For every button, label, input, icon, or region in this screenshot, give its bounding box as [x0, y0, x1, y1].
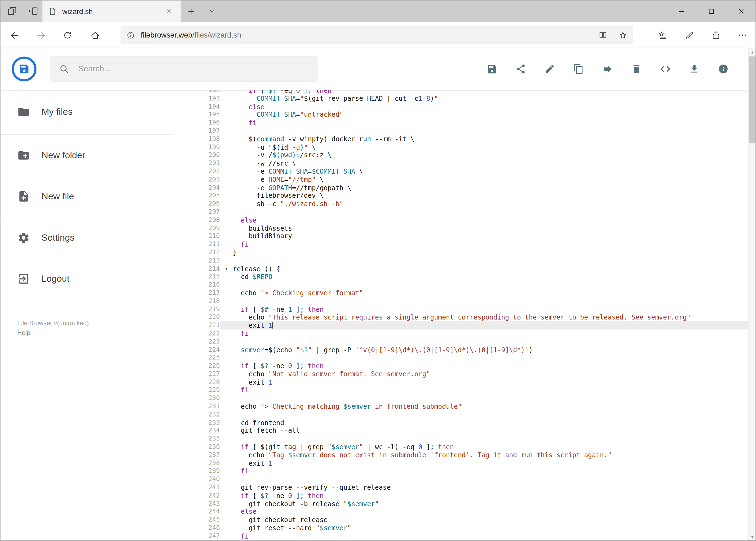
code-line[interactable]: 228 exit 1	[193, 378, 748, 386]
code-line[interactable]: 197	[193, 127, 748, 135]
code-line[interactable]: 244 else	[193, 508, 748, 516]
code-line[interactable]: 194 else	[193, 103, 748, 111]
code-line[interactable]: 229 fi	[193, 386, 748, 394]
scroll-down-button[interactable]: ▼	[749, 533, 756, 541]
sidebar-item-my-files[interactable]: My files	[0, 90, 173, 134]
edit-button[interactable]	[541, 59, 558, 79]
code-line[interactable]: 242 if [ $? -ne 0 ]; then	[193, 492, 748, 500]
code-line[interactable]: 205 filebrowser/dev \	[193, 192, 748, 200]
code-line[interactable]: 234 git fetch --all	[193, 427, 748, 435]
sidebar-item-new-folder[interactable]: New folder	[0, 135, 173, 176]
code-line[interactable]: 235	[193, 435, 748, 443]
browser-tab[interactable]: wizard.sh	[42, 0, 181, 22]
code-line[interactable]: 220 echo "This release script requires a…	[193, 313, 748, 321]
code-line[interactable]: 211 fi	[193, 241, 748, 249]
code-editor[interactable]: 192 if [ $? -eq 0 ]; then193 COMMIT_SHA=…	[193, 90, 748, 541]
tab-close-button[interactable]	[162, 5, 175, 17]
search-box[interactable]	[50, 56, 318, 82]
delete-button[interactable]	[628, 59, 645, 79]
sidebar-item-settings[interactable]: Settings	[0, 217, 173, 258]
back-button[interactable]	[5, 26, 24, 45]
share-button[interactable]	[512, 59, 529, 79]
code-line[interactable]: 221 exit 1	[193, 321, 748, 329]
code-line[interactable]: 222 fi	[193, 329, 748, 337]
site-info-icon[interactable]	[121, 26, 141, 44]
code-line[interactable]: 216	[193, 281, 748, 289]
code-line[interactable]: 192 if [ $? -eq 0 ]; then	[193, 90, 748, 95]
favorite-star-button[interactable]	[613, 26, 633, 44]
info-button[interactable]	[714, 59, 732, 79]
code-line[interactable]: 213	[193, 257, 748, 265]
sidebar-item-new-file[interactable]: New file	[0, 176, 173, 217]
code-line[interactable]: 207	[193, 208, 748, 216]
code-line[interactable]: 210 buildBinary	[193, 232, 748, 241]
web-note-button[interactable]	[680, 26, 699, 45]
code-line[interactable]: 198 $(command -v winpty) docker run --rm…	[193, 135, 748, 143]
code-line[interactable]: 208 else	[193, 216, 748, 224]
code-line[interactable]: 218	[193, 297, 748, 305]
page-scrollbar[interactable]: ▲ ▼	[748, 48, 756, 541]
code-line[interactable]: 212}	[193, 249, 748, 257]
sidebar-item-logout[interactable]: Logout	[0, 258, 173, 299]
code-line[interactable]: 239 fi	[193, 467, 748, 475]
code-line[interactable]: 247 fi	[193, 532, 748, 540]
scroll-up-button[interactable]: ▲	[749, 48, 756, 56]
help-link[interactable]: Help	[17, 328, 89, 338]
save-button[interactable]	[483, 59, 500, 79]
code-line[interactable]: 243 git checkout -b release "$semver"	[193, 500, 748, 508]
code-line[interactable]: 232	[193, 410, 748, 419]
minimize-button[interactable]	[666, 0, 696, 22]
code-line[interactable]: 240	[193, 475, 748, 483]
tab-list-chevron-button[interactable]	[205, 4, 219, 18]
code-view-button[interactable]	[657, 59, 674, 79]
reading-view-button[interactable]	[593, 26, 613, 44]
tabs-preview-button[interactable]	[5, 4, 19, 18]
code-line[interactable]: 206 sh -c "./wizard.sh -b"	[193, 200, 748, 208]
code-line[interactable]: 201 -w //src \	[193, 159, 748, 168]
code-line[interactable]: 217 echo "> Checking semver format"	[193, 289, 748, 297]
code-line[interactable]: 238 exit 1	[193, 459, 748, 467]
code-line[interactable]: 225	[193, 354, 748, 362]
home-button[interactable]	[85, 26, 105, 45]
code-line[interactable]: 193 COMMIT_SHA="$(git rev-parse HEAD | c…	[193, 95, 748, 103]
more-button[interactable]	[733, 26, 752, 45]
new-tab-button[interactable]	[184, 4, 198, 18]
scroll-thumb[interactable]	[749, 56, 756, 144]
code-line[interactable]: 237 echo "Tag $semver does not exist in …	[193, 451, 748, 459]
code-line[interactable]: 241 git rev-parse --verify --quiet relea…	[193, 483, 748, 492]
code-line[interactable]: 204 -e GOPATH=//tmp/gopath \	[193, 184, 748, 192]
code-line[interactable]: 226 if [ $? -ne 0 ]; then	[193, 362, 748, 370]
code-line[interactable]: 203 -e HOME="//tmp" \	[193, 176, 748, 184]
code-line[interactable]: 200 -v /$(pwd):/src:z \	[193, 151, 748, 159]
code-line[interactable]: 230	[193, 394, 748, 402]
code-line[interactable]: 231 echo "> Checking matching $semver in…	[193, 402, 748, 410]
fold-toggle-icon[interactable]: ▾	[220, 265, 233, 273]
code-line[interactable]: 246 git reset --hard "$semver"	[193, 524, 748, 532]
code-line[interactable]: 224 semver=$(echo "$1" | grep -P '^v(0|[…	[193, 346, 748, 354]
move-button[interactable]	[599, 59, 616, 79]
code-line[interactable]: 195 COMMIT_SHA="untracked"	[193, 111, 748, 119]
download-button[interactable]	[685, 59, 703, 79]
code-line[interactable]: 199 -u "$(id -u)" \	[193, 143, 748, 151]
close-window-button[interactable]	[726, 0, 756, 22]
code-line[interactable]: 202 -e COMMIT_SHA=$COMMIT_SHA \	[193, 168, 748, 176]
copy-button[interactable]	[570, 59, 587, 79]
code-line[interactable]: 209 buildAssets	[193, 224, 748, 232]
address-bar[interactable]: filebrowser.web/files/wizard.sh	[121, 26, 633, 44]
code-line[interactable]: 214▾release () {	[193, 265, 748, 273]
code-line[interactable]: 227 echo "Not valid semver format. See s…	[193, 370, 748, 378]
hub-button[interactable]	[653, 26, 672, 45]
forward-button[interactable]	[31, 26, 51, 45]
code-line[interactable]: 215 cd $REPO	[193, 273, 748, 281]
code-line[interactable]: 219 if [ $# -ne 1 ]; then	[193, 305, 748, 313]
code-line[interactable]: 236 if [ $(git tag | grep "$semver" | wc…	[193, 443, 748, 451]
code-line[interactable]: 245 git checkout release	[193, 516, 748, 524]
code-line[interactable]: 223	[193, 337, 748, 346]
set-tabs-aside-button[interactable]	[26, 4, 41, 18]
code-line[interactable]: 196 fi	[193, 119, 748, 127]
maximize-button[interactable]	[696, 0, 726, 22]
search-input[interactable]	[77, 64, 318, 74]
share-page-button[interactable]	[706, 26, 725, 45]
refresh-button[interactable]	[58, 26, 77, 45]
code-line[interactable]: 233 cd frontend	[193, 419, 748, 427]
